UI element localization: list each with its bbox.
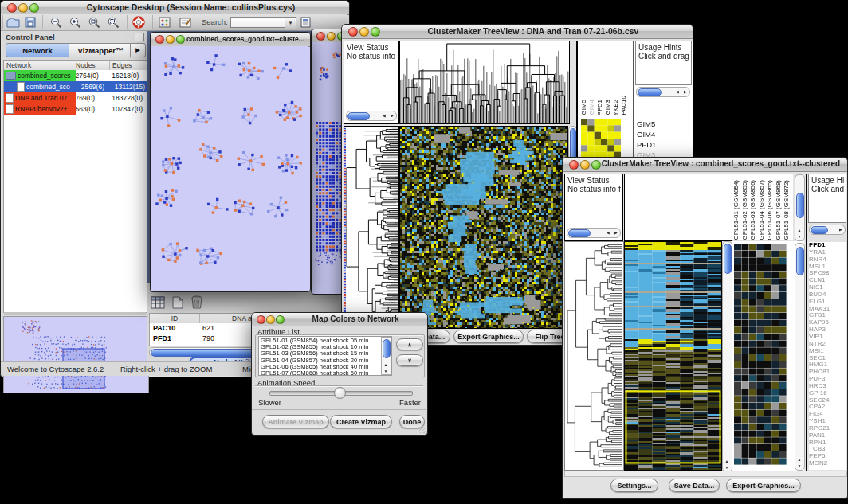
scroll-left-arrow[interactable]: ◀ — [604, 230, 612, 236]
main-heatmap[interactable] — [399, 126, 568, 329]
control-panel-tab[interactable]: Network — [6, 43, 69, 57]
treeview2-titlebar[interactable]: ClusterMaker TreeView : combined_scores_… — [563, 158, 847, 172]
heatmap-hscrollbar[interactable] — [564, 471, 847, 477]
cluster-row-label[interactable]: GIM4 — [637, 129, 660, 139]
scroll-up-arrow[interactable]: ▲ — [795, 228, 803, 233]
close-button[interactable] — [569, 160, 579, 170]
scrollbar-thumb[interactable] — [724, 244, 732, 274]
main-heatmap[interactable] — [624, 241, 722, 471]
attribute-item[interactable]: GPL51-07 (GSM868) heat shock 60 min — [261, 370, 390, 376]
scroll-left-arrow[interactable]: ◀ — [673, 89, 681, 95]
network-window-titlebar[interactable]: combined_scores_good.txt--cluste... — [151, 33, 310, 47]
scroll-down-arrow[interactable]: ▼ — [795, 234, 803, 240]
resize-grip[interactable] — [419, 427, 426, 433]
birdseye-view[interactable] — [3, 316, 149, 393]
control-panel-tab[interactable]: VizMapper™ — [69, 43, 132, 57]
float-panel-icon[interactable] — [135, 33, 144, 41]
array-dendrogram[interactable] — [399, 41, 570, 124]
scrollbar-thumb[interactable] — [568, 229, 591, 237]
scroll-up-arrow[interactable]: ▲ — [795, 457, 803, 463]
minimize-button[interactable] — [327, 32, 336, 41]
plugin-manager-icon[interactable] — [159, 17, 171, 28]
view-status-hscrollbar[interactable]: ◀ ▶ — [346, 111, 397, 121]
scrollbar-thumb[interactable] — [383, 339, 391, 358]
treeview-button[interactable]: Export Graphics... — [726, 479, 801, 492]
network-table-row[interactable]: DNA and Tran 07 769(0) 183728(0) — [4, 92, 148, 104]
zoom-in-icon[interactable] — [69, 17, 82, 29]
zoom-button[interactable] — [176, 35, 185, 44]
new-attribute-icon[interactable] — [171, 296, 184, 310]
search-index-icon[interactable] — [300, 17, 313, 28]
split-handle[interactable] — [4, 312, 146, 315]
close-button[interactable] — [257, 315, 265, 324]
move-down-button[interactable]: ∨ — [396, 354, 423, 366]
close-button[interactable] — [348, 27, 358, 37]
dialog-button[interactable]: Animate Vizmap — [262, 415, 329, 428]
scroll-down-arrow[interactable]: ▼ — [382, 369, 390, 374]
save-icon[interactable] — [25, 17, 37, 28]
speed-slider-thumb[interactable] — [334, 387, 346, 399]
scrollbar-thumb[interactable] — [811, 226, 828, 234]
search-input[interactable] — [230, 17, 286, 28]
scroll-right-arrow[interactable]: ▶ — [388, 113, 396, 119]
scroll-right-arrow[interactable]: ▶ — [837, 227, 845, 232]
minimize-button[interactable] — [359, 27, 369, 37]
treeview-button[interactable]: Save Data... — [669, 479, 720, 492]
cluster-row-label[interactable]: GIM5 — [637, 119, 660, 129]
usage-hints-hscrollbar[interactable]: ◀ ▶ — [636, 87, 690, 97]
close-button[interactable] — [7, 3, 17, 13]
scroll-right-arrow[interactable]: ▶ — [612, 230, 620, 236]
minimize-button[interactable] — [580, 160, 590, 170]
table-icon[interactable] — [151, 296, 166, 310]
scroll-down-arrow[interactable]: ▼ — [723, 465, 731, 471]
scroll-up-arrow[interactable]: ▲ — [382, 362, 390, 368]
open-file-icon[interactable] — [6, 17, 20, 28]
treeview-button[interactable]: Settings... — [610, 479, 658, 492]
selection-heatmap[interactable] — [734, 244, 787, 465]
scrollbar-thumb[interactable] — [638, 88, 662, 96]
network-table-row[interactable]: combined_sco 2569(6) 13112(15) — [4, 81, 148, 92]
cluster-submatrix[interactable] — [581, 119, 621, 158]
zoom-region-icon[interactable] — [108, 17, 120, 29]
gene-dendrogram[interactable] — [344, 126, 399, 329]
minimize-button[interactable] — [166, 35, 175, 44]
labels-vscrollbar[interactable]: ▲ ▼ — [795, 174, 805, 241]
main-titlebar[interactable]: Cytoscape Desktop (Session Name: collins… — [1, 1, 349, 15]
scrollbar-thumb[interactable] — [796, 193, 804, 218]
network-canvas[interactable] — [151, 46, 308, 290]
minimize-button[interactable] — [266, 315, 275, 324]
close-button[interactable] — [155, 35, 164, 44]
attribute-list-vscrollbar[interactable]: ▲ ▼ — [381, 337, 391, 375]
scrollbar-thumb[interactable] — [796, 247, 804, 275]
dialog-button[interactable]: Create Vizmap — [330, 415, 392, 428]
scroll-up-arrow[interactable]: ▲ — [723, 459, 731, 464]
annotation-icon[interactable] — [179, 17, 193, 28]
delete-attribute-icon[interactable] — [190, 295, 204, 310]
scrollbar-thumb[interactable] — [347, 112, 370, 120]
genes-vscrollbar[interactable]: ▲ ▼ — [795, 243, 805, 471]
search-dropdown-arrow[interactable]: ▼ — [285, 17, 296, 29]
gene-dendrogram[interactable] — [564, 241, 624, 471]
move-up-button[interactable]: ∧ — [396, 338, 423, 350]
cluster-row-label[interactable]: PFD1 — [637, 139, 660, 150]
view-status-hscrollbar[interactable]: ◀ ▶ — [567, 228, 621, 238]
minimize-button[interactable] — [18, 3, 28, 13]
zoom-fit-icon[interactable] — [88, 17, 101, 29]
help-lifesaver-icon[interactable] — [132, 16, 146, 29]
scroll-down-arrow[interactable]: ▼ — [795, 463, 803, 469]
zoom-out-icon[interactable] — [50, 17, 63, 29]
tab-overflow-arrow[interactable]: ▶ — [130, 43, 146, 57]
gene-label[interactable]: MON2 — [809, 460, 846, 467]
network-table-row[interactable]: RNAPuberNov2+ 563(0) 107847(0) — [4, 104, 148, 115]
treeview-button[interactable]: Export Graphics... — [453, 330, 524, 343]
scroll-left-arrow[interactable]: ◀ — [380, 113, 388, 119]
usage-hints-hscrollbar[interactable]: ▶ — [809, 225, 846, 235]
network-table-row[interactable]: combined_scores 2764(0) 16218(0) — [4, 70, 148, 81]
heatmap-vscrollbar[interactable]: ▲ ▼ — [722, 241, 732, 472]
close-button[interactable] — [316, 32, 325, 41]
scroll-right-arrow[interactable]: ▶ — [681, 89, 689, 95]
treeview1-titlebar[interactable]: ClusterMaker TreeView : DNA and Tran 07-… — [342, 25, 693, 39]
dialog-titlebar[interactable]: Map Colors to Network — [252, 313, 427, 326]
array-dendrogram-area[interactable] — [624, 174, 732, 241]
zoom-button[interactable] — [276, 315, 285, 324]
